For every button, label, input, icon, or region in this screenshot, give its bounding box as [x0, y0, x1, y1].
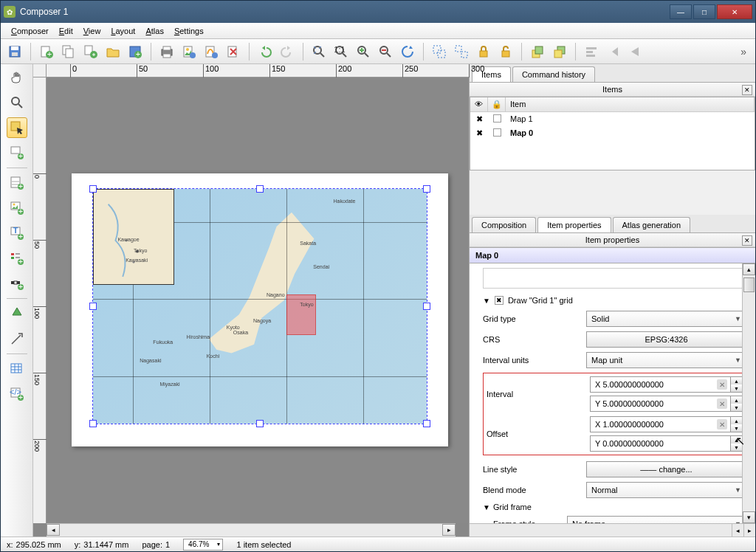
refresh-icon[interactable] — [398, 42, 417, 61]
menu-layout[interactable]: Layout — [106, 25, 140, 37]
duplicate-icon[interactable] — [59, 42, 78, 61]
close-panel-icon[interactable]: ✕ — [742, 235, 752, 246]
list-item[interactable]: ✖ Map 1 — [470, 112, 755, 126]
new-composer-icon[interactable]: + — [37, 42, 56, 61]
items-list[interactable]: 👁 🔒 Item ✖ Map 1 ✖ Map 0 — [470, 97, 755, 170]
svg-text:+: + — [136, 49, 140, 58]
svg-rect-21 — [228, 46, 236, 57]
lower-icon[interactable] — [550, 42, 569, 61]
map-item[interactable]: Tokyo Osaka Nagoya Kyoto Sendai Fukuoka … — [92, 188, 427, 424]
ungroup-icon[interactable] — [452, 42, 471, 61]
svg-rect-36 — [554, 50, 562, 58]
vertical-scrollbar[interactable]: ▴ ▾ — [742, 263, 755, 523]
crs-label: CRS — [483, 335, 586, 344]
inset-map: Tokyo Kawasaki Kawagoe — [93, 189, 174, 285]
ruler-corner — [33, 64, 47, 77]
add-scalebar-icon[interactable]: + — [7, 273, 27, 294]
tab-composition[interactable]: Composition — [472, 217, 536, 232]
svg-rect-60 — [11, 281, 14, 284]
close-button[interactable]: ✕ — [717, 4, 752, 19]
menu-view[interactable]: View — [79, 25, 106, 37]
frame-style-combo[interactable]: No frame▼ — [567, 516, 746, 523]
lock-icon[interactable] — [474, 42, 493, 61]
add-legend-icon[interactable]: + — [7, 248, 27, 269]
svg-rect-37 — [586, 47, 597, 49]
svg-text:+: + — [18, 182, 22, 190]
canvas[interactable]: Tokyo Osaka Nagoya Kyoto Sendai Fukuoka … — [47, 77, 469, 523]
horizontal-scrollbar[interactable]: ◂▸ — [47, 523, 456, 537]
line-style-button[interactable]: —— change... — [586, 461, 746, 477]
close-panel-icon[interactable]: ✕ — [742, 85, 752, 95]
prev-icon[interactable] — [604, 42, 623, 61]
zoom-out-icon[interactable] — [376, 42, 395, 61]
grid-type-combo[interactable]: Solid▼ — [586, 311, 746, 327]
zoom-in-icon[interactable] — [354, 42, 373, 61]
add-label-icon[interactable]: T+ — [7, 223, 27, 244]
export-image-icon[interactable] — [179, 42, 199, 61]
menu-edit[interactable]: Edit — [55, 25, 78, 37]
add-table-icon[interactable] — [7, 359, 27, 379]
select-tool-icon[interactable] — [7, 117, 27, 138]
add-map-icon[interactable]: + — [7, 173, 27, 193]
grid-type-label: Grid type — [483, 314, 586, 323]
menu-atlas[interactable]: Atlas — [141, 25, 168, 37]
svg-rect-2 — [12, 52, 18, 56]
open-icon[interactable] — [103, 42, 123, 61]
export-svg-icon[interactable] — [202, 42, 221, 61]
svg-point-40 — [12, 97, 19, 105]
grid-frame-group[interactable]: ▼Grid frame — [483, 503, 746, 511]
menu-settings[interactable]: Settings — [170, 25, 208, 37]
column-item: Item — [506, 97, 755, 111]
manager-icon[interactable] — [81, 42, 100, 61]
interval-y-input[interactable]: Y 5.000000000000✕▲▼ — [590, 396, 743, 412]
group-icon[interactable] — [430, 42, 449, 61]
minimize-button[interactable]: — — [670, 4, 692, 19]
toolbar-overflow-icon[interactable]: » — [736, 46, 751, 58]
add-shape-icon[interactable] — [7, 303, 27, 324]
move-content-icon[interactable]: + — [7, 142, 27, 163]
offset-y-input[interactable]: Y 0.000000000000▲▼ — [590, 435, 743, 452]
crs-button[interactable]: EPSG:4326 — [586, 331, 746, 348]
zoom-combo[interactable]: 46.7% — [183, 539, 223, 551]
add-image-icon[interactable]: + — [7, 198, 27, 218]
add-arrow-icon[interactable] — [7, 328, 27, 349]
zoom-actual-icon[interactable]: 1:1 — [331, 42, 351, 61]
add-html-icon[interactable]: </>+ — [7, 384, 27, 404]
redo-icon[interactable] — [278, 42, 297, 61]
unlock-icon[interactable] — [496, 42, 515, 61]
status-selection: 1 item selected — [236, 540, 291, 549]
interval-x-input[interactable]: X 5.000000000000✕▲▼ — [590, 376, 743, 393]
pan-tool-icon[interactable] — [7, 67, 27, 88]
svg-rect-34 — [535, 46, 543, 54]
page: Tokyo Osaka Nagoya Kyoto Sendai Fukuoka … — [72, 173, 448, 446]
blend-mode-label: Blend mode — [483, 486, 586, 494]
extent-rect — [286, 294, 316, 335]
maximize-button[interactable]: □ — [693, 4, 715, 19]
svg-text:+: + — [18, 282, 22, 291]
save-icon[interactable] — [5, 42, 24, 61]
align-left-icon[interactable] — [582, 42, 601, 61]
zoom-tool-icon[interactable] — [7, 92, 27, 113]
blend-mode-combo[interactable]: Normal▼ — [586, 482, 746, 498]
list-item[interactable]: ✖ Map 0 — [470, 126, 755, 140]
offset-x-input[interactable]: X 1.000000000000✕▲▼ — [590, 416, 743, 432]
svg-point-20 — [212, 52, 218, 58]
interval-units-combo[interactable]: Map unit▼ — [586, 352, 746, 368]
tab-item-properties[interactable]: Item properties — [537, 217, 611, 232]
svg-rect-65 — [11, 364, 21, 373]
svg-text:+: + — [18, 151, 22, 160]
svg-rect-38 — [586, 51, 593, 53]
save-template-icon[interactable]: + — [126, 42, 145, 61]
undo-icon[interactable] — [255, 42, 275, 61]
svg-rect-32 — [502, 51, 509, 57]
tab-atlas[interactable]: Atlas generation — [613, 217, 691, 232]
print-icon[interactable] — [157, 42, 176, 61]
zoom-full-icon[interactable] — [309, 42, 329, 61]
back-icon[interactable] — [626, 42, 645, 61]
raise-icon[interactable] — [528, 42, 547, 61]
tab-command-history[interactable]: Command history — [512, 66, 595, 82]
export-pdf-icon[interactable] — [224, 42, 243, 61]
items-panel-title: Items✕ — [470, 83, 755, 97]
grid-group-header[interactable]: ▼ ✖ Draw "Grid 1" grid — [483, 296, 746, 305]
menu-composer[interactable]: Composer — [7, 25, 53, 37]
